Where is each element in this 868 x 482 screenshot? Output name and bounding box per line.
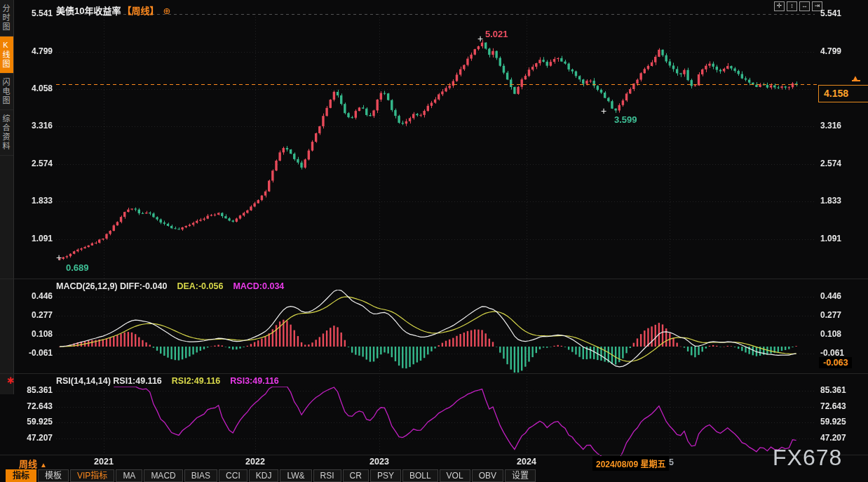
indicator-tab-bar: 指标模板VIP指标MAMACDBIASCCIKDJLW&RSICRPSYBOLL… [6,469,536,482]
period-selector[interactable]: 周线▲ [19,457,47,470]
macd-axis-label-right: -0.061 [820,348,864,358]
last-bar-date-box: 2024/08/09 星期五 [592,456,669,471]
high-price-annotation: 5.021 [485,29,508,39]
price-axis-label-right: 4.799 [820,46,864,56]
tab-ma[interactable]: MA [116,469,142,482]
price-up-arrow-icon: ▲ [852,74,860,81]
macd-axis-label-right: 0.446 [820,291,864,301]
rsi-axis-label-right: 47.207 [820,433,864,443]
sidebar-item-lightning-chart[interactable]: 闪电图 [0,74,13,110]
price-axis-label-left: 4.058 [14,83,53,93]
rsi-axis-label-right: 72.643 [820,401,864,411]
sidebar-item-kline-chart[interactable]: K线图 [0,36,13,74]
rsi-axis-label-left: 85.361 [14,385,53,395]
mid-low-cross-marker: + [601,107,606,114]
price-indicator-chart-canvas[interactable] [0,0,868,482]
tab-bias[interactable]: BIAS [184,469,217,482]
tab-kdj[interactable]: KDJ [249,469,279,482]
price-axis-label-right: 3.316 [820,121,864,130]
macd-macd-value: MACD:0.034 [233,281,284,291]
y-scale-icon[interactable]: ↕ [787,1,797,11]
tab-cci[interactable]: CCI [219,469,247,482]
macd-dea-value: DEA:-0.056 [177,281,223,291]
rsi-axis-label-left: 72.643 [14,401,53,411]
macd-axis-label-left: 0.446 [14,291,53,301]
chart-application-window: 分时图K线图闪电图综合资料 美债10年收益率【周线】⊕ ✛↕↔⇥ 5.5415.… [0,0,868,482]
period-tag: 【周线】 [122,6,158,16]
start-low-cross-marker: + [56,254,62,261]
tab-macd[interactable]: MACD [144,469,182,482]
tab-cr[interactable]: CR [343,469,369,482]
x-scale-icon[interactable]: ↔ [799,1,810,11]
price-axis-label-left: 4.799 [14,46,53,56]
price-axis-label-left: 5.541 [14,8,53,18]
pan-tool-icon[interactable]: ✛ [774,1,785,11]
macd-axis-label-left: 0.277 [14,310,53,320]
panel-divider [0,373,868,374]
tab-boll[interactable]: BOLL [402,469,438,482]
mid-low-price-annotation: 3.599 [614,114,637,125]
sidebar-item-composite-data[interactable]: 综合资料 [0,110,13,156]
tab-lwr[interactable]: LW& [280,469,311,482]
panel-divider [0,279,868,279]
chart-type-sidebar: 分时图K线图闪电图综合资料 [0,0,14,394]
sidebar-item-time-share-chart[interactable]: 分时图 [0,0,13,36]
high-cross-marker: + [477,35,483,42]
price-axis-label-left: 3.316 [14,121,53,130]
partially-hidden-year-label: 5 [669,457,674,467]
expand-icon[interactable]: ⊕ [163,6,170,16]
price-axis-label-right: 2.574 [820,159,864,168]
chart-zoom-toolbar: ✛↕↔⇥ [774,1,822,11]
macd-header: MACD(26,12,9) DIFF:-0.040DEA:-0.056MACD:… [56,281,284,291]
instrument-name: 美债10年收益率 [56,6,121,16]
start-low-price-annotation: 0.689 [66,262,89,273]
macd-diff-value: MACD(26,12,9) DIFF:-0.040 [56,281,167,291]
x-axis-year-label: 2022 [240,457,271,467]
rsi-axis-label-left: 59.925 [14,417,53,427]
x-axis-year-label: 2021 [88,457,119,467]
tab-vip-indicator[interactable]: VIP指标 [70,469,114,482]
rsi1-value: RSI(14,14,14) RSI1:49.116 [56,376,162,386]
price-axis-label-right: 1.833 [820,196,864,206]
price-axis-label-left: 1.833 [14,196,53,206]
macd-axis-label-right: 0.277 [820,310,864,320]
fx678-watermark: FX678 [773,445,842,471]
tab-rsi[interactable]: RSI [313,469,341,482]
x-axis-year-label: 2024 [511,457,542,467]
current-price-box: 4.158 [818,85,868,102]
macd-current-value-box: -0.063 [819,357,852,368]
x-axis-year-label: 2023 [364,457,395,467]
rsi-axis-label-left: 47.207 [14,433,53,443]
period-arrow-icon: ▲ [40,461,47,469]
rsi-axis-label-right: 85.361 [820,385,864,395]
live-indicator-icon: ✱ [7,375,15,386]
period-label: 周线 [19,459,37,469]
price-axis-label-left: 2.574 [14,159,53,168]
rsi3-value: RSI3:49.116 [230,376,279,386]
price-axis-label-right: 5.541 [820,8,864,18]
tab-vol[interactable]: VOL [440,469,470,482]
rsi-axis-label-right: 59.925 [820,417,864,427]
macd-axis-label-left: 0.108 [14,329,53,339]
price-axis-label-left: 1.091 [14,234,53,243]
price-axis-label-right: 1.091 [820,234,864,243]
tab-indicator[interactable]: 指标 [6,469,36,482]
macd-axis-label-left: -0.061 [14,348,53,358]
tab-settings[interactable]: 设置 [505,469,536,482]
tab-obv[interactable]: OBV [472,469,503,482]
chart-title: 美债10年收益率【周线】⊕ [56,4,170,17]
panel-divider [0,455,868,455]
tab-psy[interactable]: PSY [370,469,401,482]
rsi2-value: RSI2:49.116 [172,376,221,386]
tab-template[interactable]: 模板 [38,469,69,482]
macd-axis-label-right: 0.108 [820,329,864,339]
rsi-header: RSI(14,14,14) RSI1:49.116RSI2:49.116RSI3… [56,376,279,386]
